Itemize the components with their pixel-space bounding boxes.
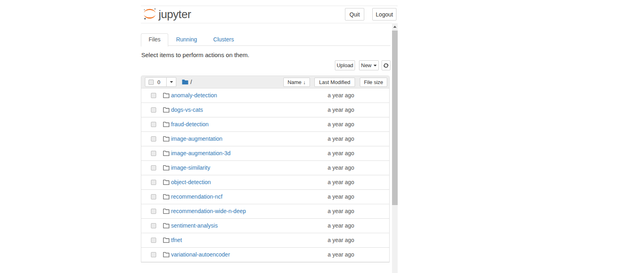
folder-icon — [163, 121, 169, 127]
upload-button[interactable]: Upload — [335, 60, 355, 70]
breadcrumb-folder-icon[interactable] — [182, 79, 188, 85]
folder-link[interactable]: dogs-vs-cats — [171, 103, 203, 117]
refresh-icon — [383, 63, 389, 68]
folder-link[interactable]: sentiment-analysis — [171, 219, 218, 233]
refresh-button[interactable] — [382, 60, 390, 70]
row-checkbox[interactable] — [151, 252, 156, 257]
folder-icon — [163, 92, 169, 99]
last-modified-text: a year ago — [328, 161, 354, 175]
quit-button[interactable]: Quit — [345, 8, 364, 21]
selection-dropdown-button[interactable] — [166, 77, 176, 87]
jupyter-logo-text: jupyter — [159, 8, 191, 21]
folder-icon — [163, 136, 169, 142]
select-all-button[interactable]: 0 — [145, 77, 167, 87]
row-checkbox[interactable] — [151, 136, 156, 142]
page-top-border — [141, 6, 398, 6]
row-checkbox[interactable] — [151, 93, 156, 98]
folder-link[interactable]: image-augmentation — [171, 132, 223, 146]
folder-link[interactable]: image-augmentation-3d — [171, 146, 231, 160]
folder-icon — [163, 107, 169, 113]
header-divider — [141, 23, 392, 23]
folder-link[interactable]: recommendation-ncf — [171, 190, 223, 204]
row-checkbox[interactable] — [151, 107, 156, 113]
folder-icon — [163, 194, 169, 200]
last-modified-text: a year ago — [328, 103, 354, 117]
folder-link[interactable]: image-similarity — [171, 161, 210, 175]
select-items-message: Select items to perform actions on them. — [141, 51, 249, 58]
folder-link[interactable]: fraud-detection — [171, 117, 208, 131]
row-checkbox[interactable] — [151, 209, 156, 214]
row-checkbox[interactable] — [151, 151, 156, 156]
table-row: variational-autoencoder a year ago — [141, 248, 389, 262]
tabbar-bottom-border — [141, 45, 390, 46]
last-modified-text: a year ago — [328, 248, 354, 262]
table-row: fraud-detection a year ago — [141, 117, 389, 132]
last-modified-text: a year ago — [328, 219, 354, 233]
sort-descending-arrow-icon: ↓ — [303, 79, 306, 85]
folder-icon — [163, 179, 169, 185]
new-button-label: New — [361, 62, 372, 68]
sort-name-label: Name — [287, 79, 301, 85]
breadcrumb: / — [190, 76, 192, 88]
caret-down-icon — [170, 81, 173, 83]
select-all-checkbox[interactable] — [149, 80, 154, 85]
folder-icon — [163, 165, 169, 171]
last-modified-text: a year ago — [328, 204, 354, 218]
last-modified-text: a year ago — [328, 132, 354, 146]
table-row: sentiment-analysis a year ago — [141, 219, 389, 233]
list-header: 0 / Name ↓ Last Modified File size — [141, 76, 389, 88]
tab-clusters[interactable]: Clusters — [213, 33, 235, 46]
table-row: object-detection a year ago — [141, 175, 389, 190]
folder-link[interactable]: variational-autoencoder — [171, 248, 230, 262]
folder-icon — [163, 252, 169, 258]
sort-last-modified-button[interactable]: Last Modified — [314, 78, 355, 87]
jupyter-logo-icon — [142, 7, 157, 21]
caret-down-icon — [374, 65, 377, 66]
folder-link[interactable]: object-detection — [171, 175, 211, 189]
table-row: image-augmentation-3d a year ago — [141, 146, 389, 161]
row-checkbox[interactable] — [151, 194, 156, 199]
last-modified-text: a year ago — [328, 233, 354, 247]
folder-link[interactable]: tfnet — [171, 233, 182, 247]
scroll-up-arrow-icon — [393, 26, 396, 28]
selected-count: 0 — [157, 79, 160, 85]
folder-icon — [163, 223, 169, 229]
table-row: recommendation-ncf a year ago — [141, 190, 389, 204]
file-rows: anomaly-detection a year ago dogs-vs-cat… — [141, 88, 389, 262]
selection-button-group: 0 — [145, 77, 176, 87]
row-checkbox[interactable] — [151, 165, 156, 170]
last-modified-text: a year ago — [328, 117, 354, 131]
folder-icon — [163, 150, 169, 156]
logout-button[interactable]: Logout — [372, 8, 396, 21]
table-row: dogs-vs-cats a year ago — [141, 103, 389, 117]
folder-icon — [163, 237, 169, 243]
last-modified-text: a year ago — [328, 146, 354, 160]
table-row: image-augmentation a year ago — [141, 132, 389, 146]
folder-link[interactable]: recommendation-wide-n-deep — [171, 204, 246, 218]
folder-link[interactable]: anomaly-detection — [171, 88, 217, 103]
browser-viewport: jupyter Quit Logout Files Running Cluste… — [141, 0, 398, 273]
table-row: image-similarity a year ago — [141, 161, 389, 175]
scrollbar-up-button[interactable] — [392, 23, 398, 30]
last-modified-text: a year ago — [328, 190, 354, 204]
table-row: tfnet a year ago — [141, 233, 389, 248]
last-modified-text: a year ago — [328, 175, 354, 189]
tab-files[interactable]: Files — [141, 33, 168, 47]
new-dropdown-button[interactable]: New — [359, 60, 379, 70]
jupyter-logo[interactable]: jupyter — [142, 7, 191, 21]
sort-name-button[interactable]: Name ↓ — [283, 78, 310, 87]
last-modified-text: a year ago — [328, 88, 354, 103]
row-checkbox[interactable] — [151, 180, 156, 185]
sort-file-size-button[interactable]: File size — [360, 78, 387, 87]
row-checkbox[interactable] — [151, 238, 156, 243]
folder-icon — [163, 208, 169, 214]
tab-running[interactable]: Running — [175, 33, 198, 46]
row-checkbox[interactable] — [151, 122, 156, 127]
table-row: recommendation-wide-n-deep a year ago — [141, 204, 389, 219]
scrollbar-thumb[interactable] — [392, 31, 398, 205]
file-list: 0 / Name ↓ Last Modified File size anoma… — [141, 76, 390, 263]
row-checkbox[interactable] — [151, 223, 156, 228]
table-row: anomaly-detection a year ago — [141, 88, 389, 103]
